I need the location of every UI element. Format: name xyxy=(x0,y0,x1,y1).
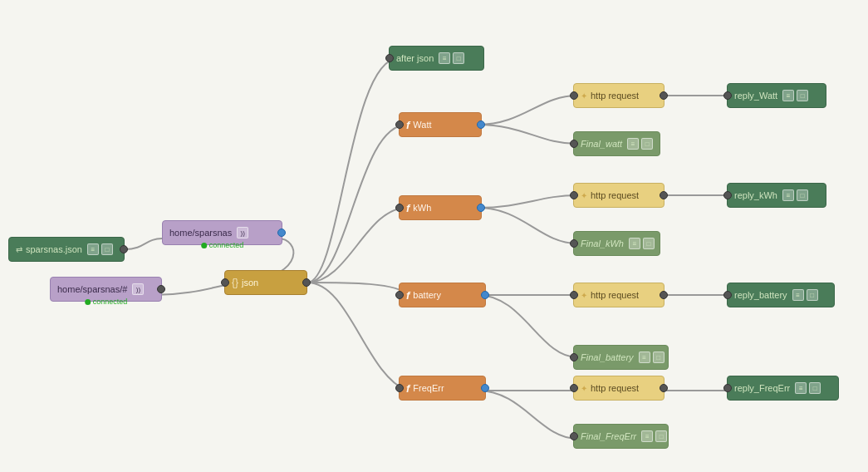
http-kwh-label: http request xyxy=(591,190,639,200)
input-port[interactable] xyxy=(570,191,578,199)
input-port[interactable] xyxy=(570,353,578,361)
reply-kwh-label: reply_kWh xyxy=(734,190,777,200)
reply-kwh-node[interactable]: reply_kWh ≡ □ xyxy=(727,183,826,208)
node-actions: ≡ □ xyxy=(795,382,821,394)
final-kwh-label: Final_kWh xyxy=(581,238,624,248)
node-actions: ≡ □ xyxy=(627,138,653,150)
node-menu-btn[interactable]: ≡ xyxy=(782,90,794,101)
node-menu-btn[interactable]: ≡ xyxy=(792,289,804,301)
final-freqerr-node[interactable]: Final_FreqErr ≡ □ xyxy=(573,424,669,449)
output-port[interactable] xyxy=(481,384,489,392)
node-expand-btn[interactable]: □ xyxy=(453,52,464,64)
output-port[interactable] xyxy=(481,291,489,299)
input-port[interactable] xyxy=(570,432,578,440)
node-actions: ≡ □ xyxy=(639,352,664,363)
node-expand-btn[interactable]: □ xyxy=(655,430,667,442)
output-port[interactable] xyxy=(477,204,485,212)
input-port[interactable] xyxy=(395,204,404,212)
input-port[interactable] xyxy=(570,384,578,392)
input-port[interactable] xyxy=(723,191,732,199)
freqerr-label: FreqErr xyxy=(413,383,444,393)
flow-canvas: ⇄ sparsnas.json ≡ □ home/sparsnas )) con… xyxy=(0,0,868,472)
request-icon: ✦ xyxy=(581,291,587,300)
node-expand-btn[interactable]: □ xyxy=(641,138,653,150)
sparsnas-json-node[interactable]: ⇄ sparsnas.json ≡ □ xyxy=(8,237,125,262)
node-expand-btn[interactable]: □ xyxy=(807,289,818,301)
json-node[interactable]: {} json xyxy=(224,270,307,295)
sparsnas-json-label: sparsnas.json xyxy=(26,244,82,254)
node-actions: ≡ □ xyxy=(792,289,818,301)
output-port[interactable] xyxy=(157,285,165,293)
node-expand-btn[interactable]: □ xyxy=(101,243,113,255)
node-expand-btn[interactable]: □ xyxy=(653,352,664,363)
input-port[interactable] xyxy=(570,140,578,148)
after-json-node[interactable]: after json ≡ □ xyxy=(389,46,484,71)
node-actions: )) xyxy=(237,227,248,238)
node-menu-btn[interactable]: ≡ xyxy=(439,52,450,64)
home-sparsnas-hash-node[interactable]: home/sparsnas/# )) connected xyxy=(50,277,162,302)
input-port[interactable] xyxy=(395,384,404,392)
input-port[interactable] xyxy=(723,91,732,100)
final-freqerr-label: Final_FreqErr xyxy=(581,431,636,441)
node-menu-btn[interactable]: ≡ xyxy=(87,243,99,255)
output-port[interactable] xyxy=(120,245,128,253)
reply-freqerr-node[interactable]: reply_FreqErr ≡ □ xyxy=(727,376,839,401)
node-menu-btn[interactable]: ≡ xyxy=(782,189,794,201)
node-expand-btn[interactable]: □ xyxy=(643,238,655,249)
kwh-label: kWh xyxy=(413,203,431,213)
home-sparsnas-label: home/sparsnas xyxy=(169,228,232,238)
node-menu-btn[interactable]: ≡ xyxy=(795,382,807,394)
output-port[interactable] xyxy=(477,120,485,129)
http-request-freqerr-node[interactable]: ✦ http request xyxy=(573,376,664,401)
watt-label: Watt xyxy=(413,120,431,130)
status-connected: connected xyxy=(85,297,128,306)
battery-label: battery xyxy=(413,290,441,300)
final-watt-node[interactable]: Final_watt ≡ □ xyxy=(573,131,660,156)
final-kwh-node[interactable]: Final_kWh ≡ □ xyxy=(573,231,660,256)
output-port[interactable] xyxy=(660,384,668,392)
input-port[interactable] xyxy=(570,91,578,100)
input-port[interactable] xyxy=(570,291,578,299)
json-label: json xyxy=(242,278,258,288)
output-port[interactable] xyxy=(302,278,311,287)
input-port[interactable] xyxy=(723,291,732,299)
reply-watt-node[interactable]: reply_Watt ≡ □ xyxy=(727,83,826,108)
output-port[interactable] xyxy=(660,91,668,100)
request-icon: ✦ xyxy=(581,91,587,101)
node-expand-btn[interactable]: □ xyxy=(797,90,808,101)
reply-battery-node[interactable]: reply_battery ≡ □ xyxy=(727,283,835,307)
input-port[interactable] xyxy=(723,384,732,392)
http-request-kwh-node[interactable]: ✦ http request xyxy=(573,183,664,208)
input-port[interactable] xyxy=(395,120,404,129)
function-icon: f xyxy=(406,382,409,395)
node-menu-btn[interactable]: ≡ xyxy=(639,352,650,363)
node-actions: )) xyxy=(132,283,144,295)
watt-node[interactable]: f Watt xyxy=(399,112,482,137)
node-menu-btn[interactable]: ≡ xyxy=(641,430,653,442)
function-icon: f xyxy=(406,289,409,302)
function-icon: f xyxy=(406,119,409,131)
node-menu-btn[interactable]: ≡ xyxy=(627,138,639,150)
reply-battery-label: reply_battery xyxy=(734,290,787,300)
http-request-watt-node[interactable]: ✦ http request xyxy=(573,83,664,108)
input-port[interactable] xyxy=(385,54,394,62)
output-port[interactable] xyxy=(660,291,668,299)
node-expand-btn[interactable]: □ xyxy=(809,382,821,394)
freqerr-node[interactable]: f FreqErr xyxy=(399,376,486,401)
connections-svg xyxy=(0,0,868,472)
node-actions: ≡ □ xyxy=(641,430,667,442)
node-menu-btn[interactable]: ≡ xyxy=(629,238,640,249)
input-port[interactable] xyxy=(570,239,578,248)
final-battery-node[interactable]: Final_battery ≡ □ xyxy=(573,345,669,370)
node-sound-btn[interactable]: )) xyxy=(132,283,144,295)
http-request-battery-node[interactable]: ✦ http request xyxy=(573,283,664,307)
node-sound-btn[interactable]: )) xyxy=(237,227,248,238)
output-port[interactable] xyxy=(277,229,286,237)
home-sparsnas-node[interactable]: home/sparsnas )) connected xyxy=(162,220,282,245)
battery-node[interactable]: f battery xyxy=(399,283,486,307)
output-port[interactable] xyxy=(660,191,668,199)
input-port[interactable] xyxy=(221,278,229,287)
input-port[interactable] xyxy=(395,291,404,299)
node-expand-btn[interactable]: □ xyxy=(797,189,808,201)
kwh-node[interactable]: f kWh xyxy=(399,195,482,220)
